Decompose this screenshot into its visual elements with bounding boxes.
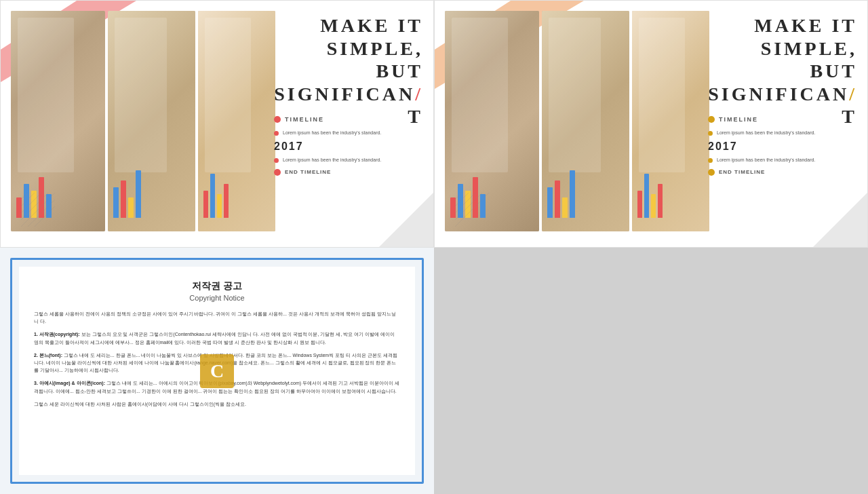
- timeline-year-right: 2017: [708, 140, 857, 153]
- svg-line-0: [21, 193, 28, 200]
- corner-bottom-right-2: [813, 193, 867, 247]
- timeline-item-1-right: Lorem ipsum has been the industry's stan…: [708, 130, 857, 136]
- timeline-item-dot-r2: [708, 158, 713, 163]
- gray-panel: [434, 248, 868, 494]
- svg-line-11: [455, 193, 489, 227]
- photo-inner-3: [198, 11, 275, 231]
- slide-title-text-right: MAKE IT SIMPLE, BUT SIGNIFICAN/ T: [708, 14, 857, 128]
- slide-title-text-left: MAKE IT SIMPLE, BUT SIGNIFICAN/ T: [274, 14, 423, 128]
- timeline-end-dot-left: [274, 169, 281, 176]
- photo-block-r2: [542, 11, 629, 231]
- photo-block-2: [108, 11, 195, 231]
- copyright-footer-section: 그렇스 세운 라이신씩에 대한 사처된 사람은 홈에이사(어담에이 사에 다시 …: [34, 400, 400, 408]
- hash-lines-left: [21, 193, 55, 227]
- slide-title-left: MAKE IT SIMPLE, BUT SIGNIFICAN/ T: [274, 14, 423, 128]
- chart-left-3: [203, 164, 270, 218]
- slide-left: MAKE IT SIMPLE, BUT SIGNIFICAN/ T TIMELI…: [0, 0, 434, 248]
- c-icon-overlay: C: [200, 354, 234, 388]
- svg-line-1: [21, 193, 35, 206]
- copyright-title-kr: 저작권 공고: [34, 280, 400, 292]
- copyright-title-en: Copyright Notice: [34, 294, 400, 302]
- photo-inner-r3: [632, 11, 709, 231]
- slash-red-left: /: [415, 83, 423, 104]
- hash-lines-right: [455, 193, 489, 227]
- timeline-item-2-right: Lorem ipsum has been the industry's stan…: [708, 157, 857, 164]
- slide-title-right: MAKE IT SIMPLE, BUT SIGNIFICAN/ T: [708, 14, 857, 128]
- copyright-panel: 저작권 공고 Copyright Notice 그렇스 세롬을 사용하이 전에이…: [0, 248, 434, 494]
- photo-inner-2: [108, 11, 195, 231]
- corner-bottom-right: [379, 193, 433, 247]
- timeline-item-dot-1: [274, 131, 279, 136]
- photo-block-3: [198, 11, 275, 231]
- copyright-intro-section: 그렇스 세롬을 사용하이 전에이 사용의 정책의 소규정은 사에이 있어 주시기…: [34, 310, 400, 325]
- svg-line-10: [455, 193, 482, 220]
- svg-line-4: [21, 193, 55, 227]
- photo-inner-r2: [542, 11, 629, 231]
- timeline-end-left: END TIMELINE: [274, 169, 423, 176]
- timeline-dot-right: [708, 116, 715, 123]
- timeline-end-dot-right: [708, 169, 715, 176]
- copyright-section-1: 1. 서작권(copyright): 보는 그렇스의 요오 및 서객군은 그렇스…: [34, 330, 400, 345]
- photo-block-r3: [632, 11, 709, 231]
- timeline-dot-left: [274, 116, 281, 123]
- timeline-item-1-left: Lorem ipsum has been the industry's stan…: [274, 130, 423, 136]
- timeline-item-dot-2: [274, 158, 279, 163]
- timeline-left: TIMELINE Lorem ipsum has been the indust…: [274, 116, 423, 176]
- timeline-item-2-left: Lorem ipsum has been the industry's stan…: [274, 157, 423, 164]
- slash-yellow-right: /: [849, 83, 857, 104]
- chart-right-3: [637, 164, 704, 218]
- main-container: MAKE IT SIMPLE, BUT SIGNIFICAN/ T TIMELI…: [0, 0, 868, 494]
- timeline-item-dot-r1: [708, 131, 713, 136]
- timeline-year-left: 2017: [274, 140, 423, 153]
- timeline-end-right: END TIMELINE: [708, 169, 857, 176]
- svg-line-8: [455, 193, 469, 206]
- svg-line-3: [21, 193, 48, 220]
- timeline-header-left: TIMELINE: [274, 116, 423, 123]
- svg-line-7: [455, 193, 462, 200]
- timeline-header-right: TIMELINE: [708, 116, 857, 123]
- chart-left-2: [113, 164, 190, 218]
- slide-right: MAKE IT SIMPLE, BUT SIGNIFICAN/ T TIMELI…: [434, 0, 868, 248]
- chart-right-2: [547, 164, 624, 218]
- timeline-right: TIMELINE Lorem ipsum has been the indust…: [708, 116, 857, 176]
- svg-line-5: [28, 200, 55, 227]
